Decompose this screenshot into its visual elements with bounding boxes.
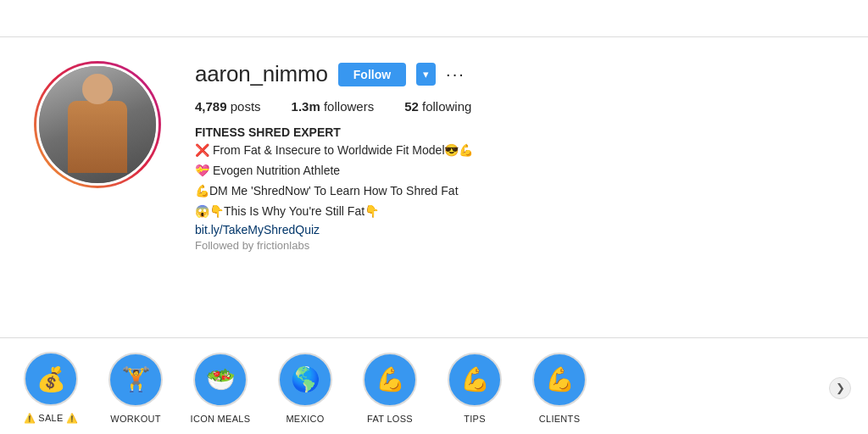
person-body (68, 101, 127, 173)
highlight-item-clients[interactable]: 💪CLIENTS (526, 353, 593, 424)
followers-count: 1.3m (292, 99, 320, 114)
top-bar (0, 0, 868, 37)
bio-title: FITNESS SHRED EXPERT (195, 125, 834, 139)
profile-section: aaron_nimmo Follow ▾ ··· 4,789 posts 1.3… (0, 37, 868, 337)
highlight-icon-workout: 🏋️ (108, 353, 163, 407)
posts-count: 4,789 (195, 99, 227, 114)
highlight-item-workout[interactable]: 🏋️WORKOUT (102, 353, 170, 424)
username-row: aaron_nimmo Follow ▾ ··· (195, 61, 834, 87)
highlight-icon-icon_meals: 🥗 (193, 353, 248, 407)
bio-line-3: 💪DM Me 'ShredNow' To Learn How To Shred … (195, 182, 834, 200)
bio-line-2: 💝 Evogen Nutrition Athlete (195, 162, 834, 180)
following-label: following (422, 99, 471, 114)
followed-by-user: frictionlabs (257, 239, 309, 252)
highlight-label-fat_loss: FAT LOSS (367, 414, 413, 424)
following-count: 52 (404, 99, 419, 114)
username: aaron_nimmo (195, 61, 328, 87)
person-head (82, 74, 113, 104)
followed-by: Followed by frictionlabs (195, 239, 834, 252)
bio-link[interactable]: bit.ly/TakeMyShredQuiz (195, 223, 834, 236)
stats-row: 4,789 posts 1.3m followers 52 following (195, 99, 834, 114)
following-stat[interactable]: 52 following (404, 99, 471, 114)
highlight-icon-clients: 💪 (532, 353, 587, 407)
highlight-label-mexico: MEXICO (286, 414, 324, 424)
highlights-nav-next[interactable]: ❯ (829, 377, 851, 399)
more-button[interactable]: ··· (446, 64, 465, 84)
highlight-label-workout: WORKOUT (110, 414, 161, 424)
highlight-item-mexico[interactable]: 🌎MEXICO (271, 353, 339, 424)
highlight-item-icon_meals[interactable]: 🥗ICON MEALS (186, 353, 254, 424)
highlight-label-icon_meals: ICON MEALS (191, 414, 251, 424)
highlight-item-tips[interactable]: 💪TIPS (441, 353, 509, 424)
dropdown-button[interactable]: ▾ (416, 63, 436, 86)
highlight-icon-fat_loss: 💪 (363, 353, 417, 407)
avatar (34, 61, 161, 188)
posts-stat: 4,789 posts (195, 99, 261, 114)
bio-line-1: ❌ From Fat & Insecure to Worldwide Fit M… (195, 142, 834, 159)
highlight-label-clients: CLIENTS (539, 414, 581, 424)
followers-stat[interactable]: 1.3m followers (292, 99, 375, 114)
highlight-icon-tips: 💪 (448, 353, 502, 407)
highlight-item-fat_loss[interactable]: 💪FAT LOSS (356, 353, 424, 424)
avatar-inner (36, 64, 159, 186)
followed-by-label: Followed by (195, 239, 253, 252)
highlight-icon-sale: 💰 (24, 352, 78, 406)
highlight-label-sale: ⚠️ SALE ⚠️ (24, 413, 79, 424)
highlight-item-sale[interactable]: 💰⚠️ SALE ⚠️ (17, 352, 85, 424)
bio-section: FITNESS SHRED EXPERT ❌ From Fat & Insecu… (195, 125, 834, 252)
profile-info: aaron_nimmo Follow ▾ ··· 4,789 posts 1.3… (195, 61, 834, 320)
followers-label: followers (324, 99, 374, 114)
highlights-section: 💰⚠️ SALE ⚠️🏋️WORKOUT🥗ICON MEALS🌎MEXICO💪F… (0, 337, 868, 434)
follow-button[interactable]: Follow (338, 63, 406, 86)
person-silhouette (64, 74, 131, 175)
posts-label: posts (231, 99, 261, 114)
avatar-image (39, 66, 156, 183)
bio-line-4: 😱👇This Is Why You're Still Fat👇 (195, 203, 834, 220)
highlight-icon-mexico: 🌎 (278, 353, 332, 407)
page-wrapper: aaron_nimmo Follow ▾ ··· 4,789 posts 1.3… (0, 0, 868, 434)
highlight-label-tips: TIPS (464, 414, 486, 424)
